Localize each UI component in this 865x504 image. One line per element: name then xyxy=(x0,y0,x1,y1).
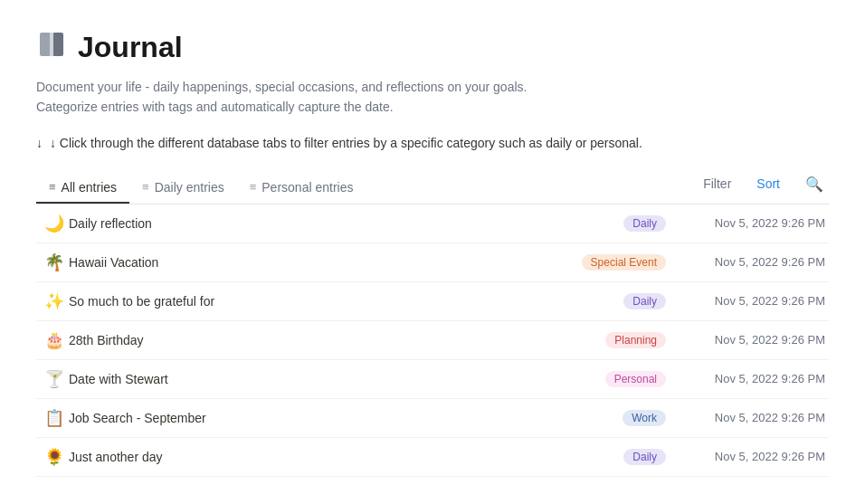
table-row[interactable]: 📋 Job Search - September Work Nov 5, 202… xyxy=(36,399,829,438)
entry-icon: ✨ xyxy=(40,291,69,311)
entry-title: 28th Birthday xyxy=(69,333,605,347)
entry-tag: Personal xyxy=(605,371,666,387)
entry-icon: 🌴 xyxy=(40,252,69,272)
entry-date: Nov 5, 2022 9:26 PM xyxy=(680,255,825,269)
entry-date: Nov 5, 2022 9:26 PM xyxy=(680,411,825,424)
entry-icon: 🍸 xyxy=(40,369,69,389)
entry-title: Just another day xyxy=(69,450,623,464)
tab-personal-label: Personal entries xyxy=(261,180,353,195)
page-description: Document your life - daily happenings, s… xyxy=(36,77,829,118)
entry-icon: 🎂 xyxy=(40,330,69,350)
sort-label: Sort xyxy=(756,176,780,191)
table-row[interactable]: 🌙 Daily reflection Daily Nov 5, 2022 9:2… xyxy=(36,204,829,243)
entries-list: 🌙 Daily reflection Daily Nov 5, 2022 9:2… xyxy=(36,204,829,477)
entry-title: Hawaii Vacation xyxy=(69,255,582,270)
tabs-bar: ≡ All entries ≡ Daily entries ≡ Personal… xyxy=(36,172,829,204)
entry-date: Nov 5, 2022 9:26 PM xyxy=(680,450,825,463)
description-line2: Categorize entries with tags and automat… xyxy=(36,97,829,117)
entry-title: Job Search - September xyxy=(69,411,623,425)
hint-text: ↓ ↓ Click through the different database… xyxy=(36,136,829,150)
tabs-left: ≡ All entries ≡ Daily entries ≡ Personal… xyxy=(36,173,698,203)
table-row[interactable]: 🎂 28th Birthday Planning Nov 5, 2022 9:2… xyxy=(36,321,829,360)
tab-daily-label: Daily entries xyxy=(155,180,224,195)
description-line1: Document your life - daily happenings, s… xyxy=(36,77,829,97)
entry-title: So much to be grateful for xyxy=(69,294,623,309)
table-row[interactable]: ✨ So much to be grateful for Daily Nov 5… xyxy=(36,282,829,321)
entry-title: Date with Stewart xyxy=(69,372,605,386)
svg-rect-0 xyxy=(40,33,51,56)
tab-daily-entries[interactable]: ≡ Daily entries xyxy=(129,173,237,204)
page-title: Journal xyxy=(78,31,183,64)
entry-date: Nov 5, 2022 9:26 PM xyxy=(680,216,825,230)
list-icon-all: ≡ xyxy=(49,180,56,194)
hint-content: ↓ Click through the different database t… xyxy=(50,136,642,150)
entry-tag: Daily xyxy=(623,293,666,309)
svg-rect-2 xyxy=(50,33,53,56)
table-row[interactable]: 🌴 Hawaii Vacation Special Event Nov 5, 2… xyxy=(36,243,829,282)
filter-label: Filter xyxy=(703,176,731,191)
entry-date: Nov 5, 2022 9:26 PM xyxy=(680,294,825,308)
entry-icon: 🌙 xyxy=(40,214,69,233)
list-icon-daily: ≡ xyxy=(142,180,149,194)
entry-tag: Daily xyxy=(623,215,666,232)
tab-personal-entries[interactable]: ≡ Personal entries xyxy=(237,173,366,204)
book-icon xyxy=(36,29,67,60)
filter-button[interactable]: Filter xyxy=(698,173,737,195)
table-row[interactable]: 🍸 Date with Stewart Personal Nov 5, 2022… xyxy=(36,360,829,399)
entry-tag: Special Event xyxy=(582,254,666,271)
entry-tag: Planning xyxy=(605,332,666,348)
entry-date: Nov 5, 2022 9:26 PM xyxy=(680,372,825,385)
entry-icon: 🌻 xyxy=(40,447,69,467)
tab-all-label: All entries xyxy=(62,180,117,195)
sort-button[interactable]: Sort xyxy=(751,173,785,195)
journal-icon xyxy=(36,29,67,66)
page-header: Journal xyxy=(36,29,829,66)
list-icon-personal: ≡ xyxy=(250,180,257,194)
entry-tag: Work xyxy=(623,410,666,426)
entry-icon: 📋 xyxy=(40,408,69,428)
hint-arrow-icon: ↓ xyxy=(36,136,43,150)
search-icon: 🔍 xyxy=(805,176,823,193)
entry-title: Daily reflection xyxy=(69,216,623,231)
entry-tag: Daily xyxy=(623,449,666,465)
svg-rect-1 xyxy=(52,33,63,56)
search-button[interactable]: 🔍 xyxy=(800,172,829,196)
table-row[interactable]: 🌻 Just another day Daily Nov 5, 2022 9:2… xyxy=(36,438,829,477)
toolbar: Filter Sort 🔍 xyxy=(698,172,829,204)
tab-all-entries[interactable]: ≡ All entries xyxy=(36,173,129,204)
entry-date: Nov 5, 2022 9:26 PM xyxy=(680,333,825,347)
